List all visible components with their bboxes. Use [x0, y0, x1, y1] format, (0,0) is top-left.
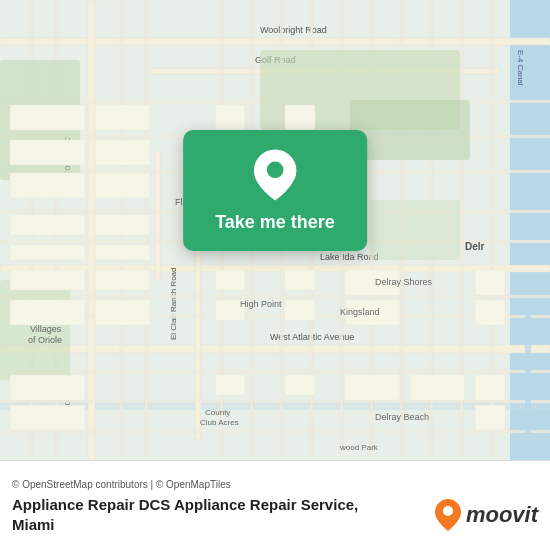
svg-rect-92 — [525, 300, 531, 460]
svg-rect-59 — [10, 300, 85, 325]
svg-rect-9 — [0, 345, 550, 353]
location-pin-icon — [251, 148, 299, 202]
moovit-brand-label: moovit — [466, 502, 538, 528]
svg-text:Delray Beach: Delray Beach — [375, 412, 429, 422]
svg-rect-79 — [285, 375, 315, 395]
svg-rect-69 — [475, 405, 505, 430]
svg-rect-16 — [155, 150, 161, 280]
svg-rect-11 — [88, 0, 95, 460]
svg-text:Delr: Delr — [465, 241, 485, 252]
svg-rect-67 — [475, 300, 505, 325]
svg-rect-68 — [475, 375, 505, 400]
svg-rect-44 — [370, 200, 460, 260]
moovit-pin-icon — [434, 498, 462, 532]
moovit-logo: moovit — [434, 498, 538, 532]
svg-rect-50 — [95, 245, 150, 260]
svg-rect-55 — [10, 173, 85, 198]
svg-text:Delray Shores: Delray Shores — [375, 277, 433, 287]
svg-rect-65 — [410, 375, 465, 400]
map-container: Woolbright Road Golf Road Lake Ida Road … — [0, 0, 550, 460]
svg-rect-48 — [95, 173, 150, 198]
svg-rect-3 — [0, 38, 550, 45]
svg-text:Club Acres: Club Acres — [200, 418, 239, 427]
svg-rect-75 — [285, 105, 315, 130]
svg-rect-53 — [10, 105, 85, 130]
svg-rect-22 — [0, 295, 550, 298]
bottom-info-bar: © OpenStreetMap contributors | © OpenMap… — [0, 460, 550, 550]
business-name: Appliance Repair DCS Appliance Repair Se… — [12, 495, 358, 534]
svg-point-93 — [267, 162, 284, 179]
business-title-wrap: Appliance Repair DCS Appliance Repair Se… — [12, 495, 358, 534]
app: Woolbright Road Golf Road Lake Ida Road … — [0, 0, 550, 550]
svg-text:Villages: Villages — [30, 324, 62, 334]
svg-text:High Point: High Point — [240, 299, 282, 309]
svg-rect-24 — [0, 370, 550, 373]
svg-rect-51 — [95, 270, 150, 290]
svg-text:E-4 Canal: E-4 Canal — [516, 50, 525, 86]
svg-text:Woolbright Road: Woolbright Road — [260, 25, 327, 35]
svg-rect-60 — [10, 375, 85, 400]
svg-rect-74 — [215, 375, 245, 395]
svg-point-94 — [443, 506, 453, 516]
svg-rect-25 — [0, 400, 550, 403]
svg-rect-77 — [285, 270, 315, 290]
svg-rect-46 — [95, 105, 150, 130]
svg-rect-78 — [285, 300, 315, 320]
svg-rect-72 — [215, 270, 245, 290]
svg-text:of Oriole: of Oriole — [28, 335, 62, 345]
svg-rect-70 — [215, 105, 245, 130]
business-info-row: Appliance Repair DCS Appliance Repair Se… — [12, 495, 538, 534]
svg-rect-54 — [10, 140, 85, 165]
take-me-there-button-label: Take me there — [215, 212, 335, 233]
svg-rect-61 — [10, 405, 85, 430]
map-attribution: © OpenStreetMap contributors | © OpenMap… — [12, 479, 538, 490]
svg-rect-56 — [10, 215, 85, 235]
svg-text:Lake Ida Road: Lake Ida Road — [320, 252, 379, 262]
svg-rect-52 — [95, 300, 150, 325]
svg-rect-66 — [475, 270, 505, 295]
svg-rect-42 — [350, 100, 470, 160]
take-me-there-card[interactable]: Take me there — [183, 130, 367, 251]
svg-rect-14 — [195, 220, 201, 440]
svg-text:Kingsland: Kingsland — [340, 307, 380, 317]
svg-rect-57 — [10, 245, 85, 260]
svg-text:El Clair Ranch Road: El Clair Ranch Road — [169, 268, 178, 340]
svg-rect-47 — [95, 140, 150, 165]
svg-rect-58 — [10, 270, 85, 290]
svg-rect-64 — [345, 375, 400, 400]
svg-rect-26 — [0, 430, 550, 433]
svg-text:County: County — [205, 408, 230, 417]
svg-text:wood Park: wood Park — [339, 443, 379, 452]
svg-rect-49 — [95, 215, 150, 235]
